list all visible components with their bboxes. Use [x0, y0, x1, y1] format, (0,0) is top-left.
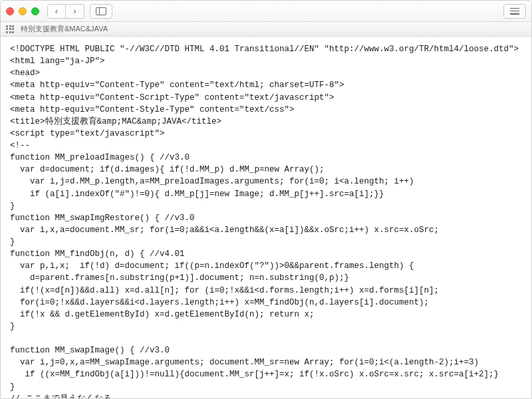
- minimize-window-button[interactable]: [19, 7, 27, 15]
- menu-button[interactable]: [503, 4, 526, 19]
- source-viewport[interactable]: <!DOCTYPE HTML PUBLIC "-//W3C//DTD HTML …: [1, 37, 531, 399]
- close-window-button[interactable]: [6, 7, 14, 15]
- apps-grid-icon[interactable]: [6, 25, 14, 33]
- chevron-left-icon: ‹: [55, 6, 58, 16]
- app-window: ‹ › 特別支援教育&MAC&JAVA <!DOCTYPE HTML PUBLI…: [0, 0, 532, 399]
- sidebar-icon: [96, 7, 106, 15]
- sidebar-toggle-button[interactable]: [90, 4, 112, 19]
- chevron-right-icon: ›: [73, 6, 76, 16]
- svg-rect-0: [96, 7, 106, 15]
- hamburger-icon: [510, 8, 519, 15]
- toolbar-title: 特別支援教育&MAC&JAVA: [21, 24, 108, 34]
- nav-buttons: ‹ ›: [47, 4, 84, 19]
- titlebar: ‹ ›: [1, 1, 531, 22]
- maximize-window-button[interactable]: [31, 7, 39, 15]
- window-controls: [6, 7, 39, 15]
- back-button[interactable]: ‹: [47, 4, 66, 19]
- toolbar: 特別支援教育&MAC&JAVA: [1, 22, 531, 37]
- forward-button[interactable]: ›: [66, 4, 84, 19]
- source-code-text: <!DOCTYPE HTML PUBLIC "-//W3C//DTD HTML …: [10, 43, 522, 399]
